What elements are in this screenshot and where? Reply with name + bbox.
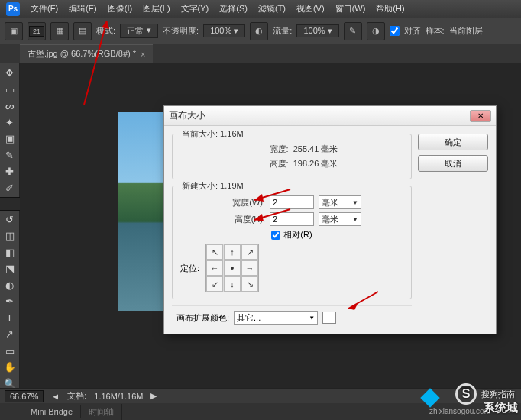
marquee-tool-icon[interactable]: ▭ bbox=[2, 82, 18, 98]
menu-help[interactable]: 帮助(H) bbox=[371, 2, 409, 16]
opacity-select[interactable]: 100% ▾ bbox=[203, 24, 245, 37]
doc-size-value: 1.16M/1.16M bbox=[94, 392, 143, 401]
anchor-grid[interactable]: ↖ ↑ ↗ ← • → ↙ ↓ ↘ bbox=[205, 244, 259, 292]
pressure-opacity-icon[interactable]: ◐ bbox=[250, 22, 268, 40]
new-width-label: 宽度(W): bbox=[222, 197, 265, 208]
menu-image[interactable]: 图像(I) bbox=[103, 2, 137, 16]
extension-color-select[interactable]: 其它...▼ bbox=[234, 311, 318, 325]
current-width-value: 255.41 毫米 bbox=[293, 144, 338, 155]
document-tab-bar: 古堡.jpg @ 66.7%(RGB/8#) * × bbox=[0, 44, 521, 63]
close-icon[interactable]: × bbox=[141, 50, 145, 59]
pressure-size-icon[interactable]: ◑ bbox=[367, 22, 385, 40]
document-tab[interactable]: 古堡.jpg @ 66.7%(RGB/8#) * × bbox=[20, 44, 153, 63]
titlebar: Ps 文件(F) 编辑(E) 图像(I) 图层(L) 文字(Y) 选择(S) 滤… bbox=[0, 0, 521, 18]
anchor-w[interactable]: ← bbox=[206, 260, 223, 276]
extension-color-swatch[interactable] bbox=[322, 312, 336, 324]
dialog-titlebar[interactable]: 画布大小 ✕ bbox=[164, 106, 496, 126]
canvas-size-dialog: 画布大小 ✕ 当前大小: 1.16M 宽度: 255.41 毫米 高度: 198… bbox=[163, 105, 497, 334]
flow-label: 流量: bbox=[273, 25, 292, 37]
relative-checkbox[interactable] bbox=[271, 231, 280, 240]
shape-tool-icon[interactable]: ▭ bbox=[2, 344, 18, 359]
crop-tool-icon[interactable]: ▣ bbox=[2, 131, 18, 147]
wand-tool-icon[interactable]: ✦ bbox=[2, 115, 18, 131]
anchor-sw[interactable]: ↙ bbox=[206, 276, 223, 292]
dialog-close-button[interactable]: ✕ bbox=[470, 110, 491, 122]
cancel-button[interactable]: 取消 bbox=[418, 155, 488, 172]
current-width-label: 宽度: bbox=[246, 144, 289, 155]
eyedropper-tool-icon[interactable]: ✎ bbox=[2, 148, 18, 163]
ok-button[interactable]: 确定 bbox=[418, 134, 488, 150]
zoom-level[interactable]: 66.67% bbox=[5, 390, 44, 402]
anchor-center[interactable]: • bbox=[224, 260, 241, 276]
new-width-input[interactable] bbox=[270, 195, 314, 209]
doc-info-arrow-icon[interactable]: ▶ bbox=[150, 391, 157, 401]
menu-view[interactable]: 视图(V) bbox=[292, 2, 329, 16]
current-size-group: 当前大小: 1.16M 宽度: 255.41 毫米 高度: 198.26 毫米 bbox=[172, 134, 412, 179]
eraser-tool-icon[interactable]: ◫ bbox=[2, 228, 18, 244]
menu-edit[interactable]: 编辑(E) bbox=[64, 2, 102, 16]
height-unit-select[interactable]: 毫米▼ bbox=[319, 212, 361, 226]
type-tool-icon[interactable]: T bbox=[2, 311, 18, 326]
align-checkbox[interactable] bbox=[390, 26, 400, 36]
brush-picker[interactable]: 21 bbox=[28, 22, 46, 40]
menu-file[interactable]: 文件(F) bbox=[26, 2, 63, 16]
relative-label: 相对(R) bbox=[283, 229, 312, 241]
anchor-s[interactable]: ↓ bbox=[224, 276, 241, 292]
menu-select[interactable]: 选择(S) bbox=[215, 2, 252, 16]
document-tab-label: 古堡.jpg @ 66.7%(RGB/8#) * bbox=[28, 48, 136, 60]
sample-value: 当前图层 bbox=[449, 25, 483, 37]
watermark-s-icon: S bbox=[455, 383, 477, 405]
flow-select[interactable]: 100% ▾ bbox=[296, 24, 338, 37]
anchor-n[interactable]: ↑ bbox=[224, 244, 241, 260]
anchor-se[interactable]: ↘ bbox=[241, 276, 258, 292]
sample-label: 样本: bbox=[426, 25, 445, 37]
anchor-nw[interactable]: ↖ bbox=[206, 244, 223, 260]
blur-tool-icon[interactable]: ⬔ bbox=[2, 261, 18, 276]
panel-mini-bridge[interactable]: Mini Bridge bbox=[23, 405, 81, 418]
new-height-input[interactable] bbox=[270, 212, 314, 226]
menu-window[interactable]: 窗口(W) bbox=[331, 2, 371, 16]
anchor-ne[interactable]: ↗ bbox=[241, 244, 258, 260]
lasso-tool-icon[interactable]: ᔕ bbox=[2, 99, 18, 114]
tools-panel: ✥ ▭ ᔕ ✦ ▣ ✎ ✚ ✐ ▲ ↺ ◫ ◧ ⬔ ◐ ✒ T ↗ ▭ ✋ 🔍 bbox=[0, 63, 20, 391]
scrollbar-left-icon[interactable]: ◄ bbox=[51, 392, 60, 401]
new-size-group: 新建大小: 1.19M 宽度(W): 毫米▼ 高度(H): 毫米▼ 相对(R) … bbox=[172, 186, 412, 299]
panel-timeline[interactable]: 时间轴 bbox=[81, 404, 122, 420]
dodge-tool-icon[interactable]: ◐ bbox=[2, 278, 18, 293]
current-size-legend: 当前大小: 1.16M bbox=[179, 128, 247, 140]
anchor-e[interactable]: → bbox=[241, 260, 258, 276]
hand-tool-icon[interactable]: ✋ bbox=[2, 360, 18, 375]
brush-panel-icon[interactable]: ▦ bbox=[50, 22, 69, 40]
pen-tool-icon[interactable]: ✒ bbox=[2, 294, 18, 309]
move-tool-icon[interactable]: ✥ bbox=[2, 66, 18, 81]
opacity-label: 不透明度: bbox=[163, 25, 199, 37]
mode-label: 模式: bbox=[96, 25, 115, 37]
options-bar: ▣ 21 ▦ ▤ 模式: 正常 ▾ 不透明度: 100% ▾ ◐ 流量: 100… bbox=[0, 18, 521, 44]
path-tool-icon[interactable]: ↗ bbox=[2, 327, 18, 342]
menubar: 文件(F) 编辑(E) 图像(I) 图层(L) 文字(Y) 选择(S) 滤镜(T… bbox=[26, 2, 409, 16]
gradient-tool-icon[interactable]: ◧ bbox=[2, 245, 18, 260]
status-bar: 66.67% ◄ 文档: 1.16M/1.16M ▶ bbox=[0, 388, 521, 403]
width-unit-select[interactable]: 毫米▼ bbox=[319, 195, 361, 209]
tool-preset-icon[interactable]: ▣ bbox=[5, 22, 23, 40]
align-label: 对齐 bbox=[404, 25, 421, 37]
current-height-label: 高度: bbox=[246, 158, 289, 170]
watermark-url: zhixiansogou.com bbox=[429, 407, 490, 415]
extension-color-label: 画布扩展颜色: bbox=[176, 312, 229, 324]
brush-settings-icon[interactable]: ▤ bbox=[73, 22, 92, 40]
anchor-label: 定位: bbox=[180, 263, 199, 274]
menu-type[interactable]: 文字(Y) bbox=[176, 2, 214, 16]
history-brush-tool-icon[interactable]: ↺ bbox=[2, 212, 18, 228]
menu-filter[interactable]: 滤镜(T) bbox=[254, 2, 290, 16]
brush-tool-icon[interactable]: ✐ bbox=[2, 181, 18, 196]
watermark-brand2: 系统城 bbox=[484, 401, 518, 415]
brush-size-value: 21 bbox=[29, 26, 44, 37]
mode-select[interactable]: 正常 ▾ bbox=[120, 24, 158, 38]
new-height-label: 高度(H): bbox=[222, 214, 265, 225]
doc-size-label: 文档: bbox=[67, 390, 86, 402]
current-height-value: 198.26 毫米 bbox=[293, 158, 338, 170]
watermark-brand: 搜狗指南 bbox=[481, 389, 515, 400]
airbrush-icon[interactable]: ✎ bbox=[344, 22, 362, 40]
menu-layer[interactable]: 图层(L) bbox=[138, 2, 174, 16]
heal-tool-icon[interactable]: ✚ bbox=[2, 164, 18, 179]
